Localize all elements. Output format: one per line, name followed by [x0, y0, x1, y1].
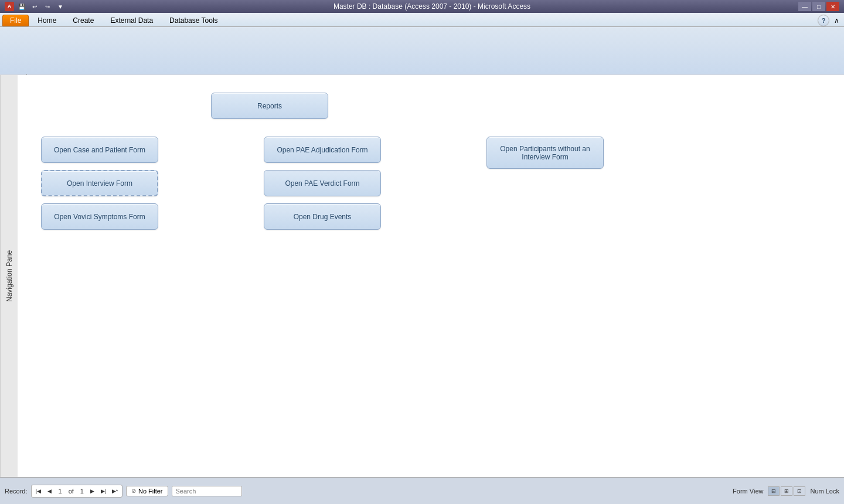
access-logo-icon: A: [5, 2, 14, 11]
qat-save-button[interactable]: 💾: [16, 1, 27, 12]
record-new-button[interactable]: ▶*: [110, 486, 120, 496]
tab-home[interactable]: Home: [30, 15, 64, 26]
title-bar-left: A 💾 ↩ ↪ ▼: [5, 1, 66, 12]
reports-button[interactable]: Reports: [211, 93, 328, 119]
minimize-button[interactable]: —: [798, 2, 811, 11]
qat-redo-button[interactable]: ↪: [42, 1, 53, 12]
record-last-button[interactable]: ▶|: [99, 486, 108, 496]
no-filter-label: No Filter: [138, 488, 163, 495]
open-pae-adjudication-form-button[interactable]: Open PAE Adjudication Form: [264, 137, 381, 163]
tab-external-data[interactable]: External Data: [103, 15, 161, 26]
ribbon-collapse-button[interactable]: ∧: [834, 16, 839, 25]
view-icons: ⊟ ⊞ ⊡: [768, 486, 805, 496]
ribbon-content: [0, 27, 844, 74]
switchboard-area: Reports Open Case and Patient Form Open …: [18, 75, 844, 247]
status-bar: Record: |◀ ◀ 1 of 1 ▶ ▶| ▶* ⊘ No Filter …: [0, 477, 844, 504]
open-participants-without-interview-form-button[interactable]: Open Participants without an Interview F…: [486, 137, 604, 169]
num-lock-label: Num Lock: [810, 488, 839, 495]
buttons-grid: Open Case and Patient Form Open Intervie…: [41, 137, 821, 230]
column-1: Open Case and Patient Form Open Intervie…: [41, 137, 158, 230]
layout-view-icon-button[interactable]: ⊡: [794, 486, 805, 496]
title-bar: A 💾 ↩ ↪ ▼ Master DB : Database (Access 2…: [0, 0, 844, 13]
record-first-button[interactable]: |◀: [34, 486, 43, 496]
ribbon-tabs: File Home Create External Data Database …: [0, 13, 844, 27]
open-interview-form-button[interactable]: Open Interview Form: [41, 170, 158, 196]
status-right: Form View ⊟ ⊞ ⊡ Num Lock: [733, 486, 839, 496]
column-2: Open PAE Adjudication Form Open PAE Verd…: [264, 137, 381, 230]
tab-create[interactable]: Create: [65, 15, 101, 26]
record-of-label: of: [66, 488, 76, 495]
open-vovici-symptoms-form-button[interactable]: Open Vovici Symptoms Form: [41, 203, 158, 230]
maximize-button[interactable]: □: [812, 2, 825, 11]
form-view-icon-button[interactable]: ⊟: [768, 486, 780, 496]
no-filter-button[interactable]: ⊘ No Filter: [126, 486, 168, 496]
title-text: Master DB : Database (Access 2007 - 2010…: [333, 2, 530, 11]
open-drug-events-button[interactable]: Open Drug Events: [264, 203, 381, 230]
open-case-patient-form-button[interactable]: Open Case and Patient Form: [41, 137, 158, 163]
tab-database-tools[interactable]: Database Tools: [162, 15, 226, 26]
search-input[interactable]: [172, 486, 242, 496]
record-prev-button[interactable]: ◀: [45, 486, 55, 496]
record-navigator: |◀ ◀ 1 of 1 ▶ ▶| ▶*: [31, 485, 122, 498]
reports-row: Reports: [41, 93, 821, 119]
help-button[interactable]: ?: [818, 15, 829, 26]
filter-icon: ⊘: [131, 488, 136, 494]
navigation-pane-label: Navigation Pane: [5, 250, 13, 302]
qat-dropdown-button[interactable]: ▼: [55, 1, 66, 12]
form-view-label: Form View: [733, 488, 763, 495]
datasheet-view-icon-button[interactable]: ⊞: [781, 486, 792, 496]
open-pae-verdict-form-button[interactable]: Open PAE Verdict Form: [264, 170, 381, 196]
record-current: 1: [56, 488, 64, 495]
record-label: Record:: [5, 488, 28, 495]
qat-undo-button[interactable]: ↩: [29, 1, 40, 12]
title-bar-controls: — □ ✕: [798, 2, 839, 11]
column-3: Open Participants without an Interview F…: [486, 137, 604, 230]
close-button[interactable]: ✕: [826, 2, 839, 11]
navigation-pane[interactable]: Navigation Pane: [0, 75, 18, 477]
tab-file[interactable]: File: [2, 15, 29, 26]
record-total: 1: [78, 488, 86, 495]
main-content: Reports Open Case and Patient Form Open …: [18, 75, 844, 477]
record-next-button[interactable]: ▶: [88, 486, 97, 496]
